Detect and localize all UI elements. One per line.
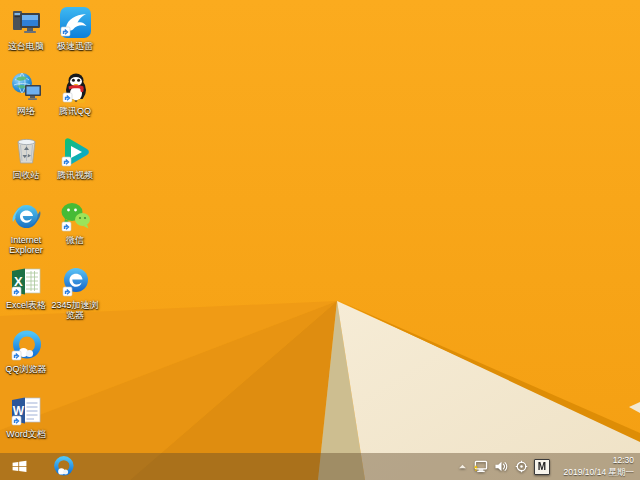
desktop-icon-word[interactable]: W Word文档 [2, 394, 50, 456]
show-hidden-icons-button[interactable] [458, 463, 467, 470]
network-icon [10, 71, 43, 104]
desktop-icon-excel[interactable]: X Excel表格 [2, 265, 50, 327]
tencent-video-icon [59, 135, 92, 168]
desktop-icon-wechat[interactable]: 微信 [51, 200, 99, 262]
qq-penguin-icon [59, 71, 92, 104]
icon-label: 微信 [66, 235, 84, 245]
xunlei-icon [59, 6, 92, 39]
icon-label: 腾讯视频 [57, 170, 93, 180]
taskbar-pinned-qq-browser[interactable] [48, 453, 78, 480]
desktop-icon-qq-browser[interactable]: QQ浏览器 [2, 329, 50, 391]
desktop-icon-tencent-video[interactable]: 腾讯视频 [51, 135, 99, 197]
internet-explorer-icon [10, 200, 43, 233]
icon-label: 腾讯QQ [59, 106, 91, 116]
start-button[interactable] [0, 453, 38, 480]
tray-network-icon[interactable] [473, 460, 488, 473]
chevron-up-icon [458, 463, 467, 470]
taskbar: M 12:30 2019/10/14 星期一 [0, 453, 640, 480]
excel-icon: X [10, 265, 43, 298]
tray-crosshair-app-icon[interactable] [515, 460, 528, 473]
icon-label: Excel表格 [6, 300, 46, 310]
icon-label: 回收站 [13, 170, 40, 180]
qq-browser-icon [10, 329, 43, 362]
icon-label: 网络 [17, 106, 35, 116]
icon-label: 这台电脑 [8, 41, 44, 51]
wechat-icon [59, 200, 92, 233]
desktop-icon-xunlei-speed[interactable]: 极速迅雷 [51, 6, 99, 68]
ime-letter: M [538, 460, 546, 473]
system-tray: M 12:30 2019/10/14 星期一 [458, 453, 638, 480]
word-icon: W [10, 394, 43, 427]
desktop-icon-2345-browser[interactable]: 2345加速浏览器 [51, 265, 99, 327]
clock-date: 2019/10/14 星期一 [558, 467, 634, 478]
qq-browser-taskbar-icon [52, 455, 75, 478]
clock-time: 12:30 [558, 455, 634, 466]
icon-label: QQ浏览器 [5, 364, 46, 374]
desktop-icon-network[interactable]: 网络 [2, 71, 50, 133]
taskbar-clock[interactable]: 12:30 2019/10/14 星期一 [556, 455, 638, 477]
desktop-icon-recycle-bin[interactable]: 回收站 [2, 135, 50, 197]
recycle-bin-icon [10, 135, 43, 168]
windows-logo-icon [10, 457, 29, 476]
desktop-icon-this-pc[interactable]: 这台电脑 [2, 6, 50, 68]
desktop-icon-tencent-qq[interactable]: 腾讯QQ [51, 71, 99, 133]
speaker-icon [494, 460, 509, 473]
crosshair-icon [515, 460, 528, 473]
icon-label: Internet Explorer [2, 235, 50, 256]
icon-label: 2345加速浏览器 [51, 300, 99, 321]
tray-volume-icon[interactable] [494, 460, 509, 473]
icon-label: Word文档 [6, 429, 45, 439]
2345-browser-icon [59, 265, 92, 298]
this-pc-icon [10, 6, 43, 39]
desktop-icon-area: 这台电脑 极速迅雷 [0, 0, 640, 453]
ime-indicator[interactable]: M [534, 459, 550, 475]
icon-label: 极速迅雷 [57, 41, 93, 51]
desktop-icon-internet-explorer[interactable]: Internet Explorer [2, 200, 50, 262]
